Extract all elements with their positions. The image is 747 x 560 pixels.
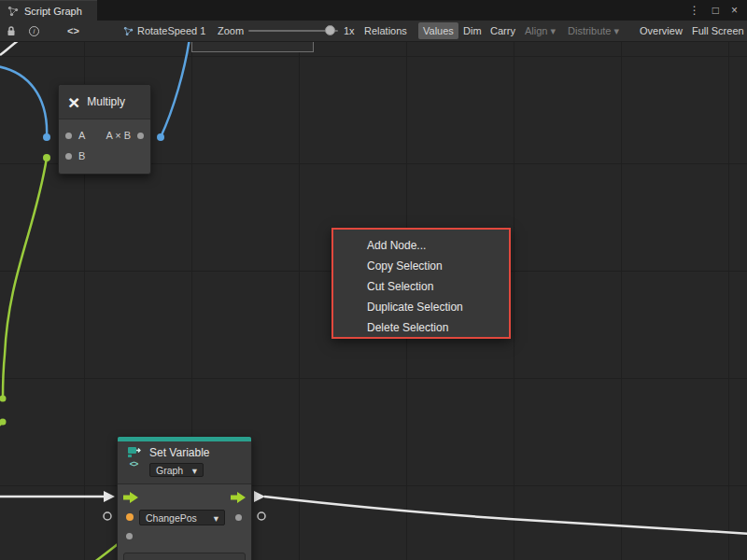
multiply-icon: × [68,92,79,112]
port-dot-green-b[interactable] [43,154,50,161]
info-icon[interactable]: i [29,21,39,41]
graph-ref-label: RotateSpeed 1 [137,25,205,36]
menu-item-copy-selection[interactable]: Copy Selection [333,256,509,276]
value-output-port[interactable] [235,514,242,521]
scope-value: Graph [156,465,183,476]
port-dot-blue-out[interactable] [157,133,164,141]
wire-green-end-dot-1[interactable] [0,396,7,402]
value-port-ring-left[interactable] [104,512,111,520]
carry-button[interactable]: Carry [486,21,520,41]
wire-green-left[interactable] [3,158,47,399]
secondary-input-port[interactable] [126,533,133,539]
script-graph-icon [7,6,19,17]
tab-script-graph[interactable]: Script Graph [0,0,97,21]
wire-green-end-dot-2[interactable] [0,419,7,426]
window-maximize-icon[interactable]: □ [712,4,719,17]
flow-arrowhead-in[interactable] [104,491,115,502]
multiply-header[interactable]: × Multiply [59,85,150,119]
window-close-icon[interactable]: × [731,4,738,17]
window-menu-icon[interactable]: ⋮ [689,4,700,17]
variable-name-dropdown[interactable]: ChangePos ▾ [139,510,225,525]
wire-blue-input[interactable] [0,66,47,137]
zoom-slider-thumb[interactable] [325,25,335,35]
menu-item-duplicate-selection[interactable]: Duplicate Selection [333,297,509,317]
input-port-b[interactable] [65,153,72,160]
node-multiply[interactable]: × Multiply A A × B B [58,84,151,175]
flow-arrowhead-out[interactable] [254,491,265,502]
multiply-row-b: B [59,146,150,166]
port-a-label: A [78,130,85,141]
dim-button[interactable]: Dim [458,21,486,41]
zoom-label: Zoom [218,21,244,41]
set-variable-icon: <> [125,446,142,477]
fullscreen-button[interactable]: Full Screen [687,21,747,41]
overview-button[interactable]: Overview [635,21,687,41]
distribute-dropdown[interactable]: Distribute ▾ [563,21,624,41]
wire-blue-output[interactable] [161,42,190,137]
relations-button[interactable]: Relations [359,21,412,41]
wire-white-top-left[interactable] [0,42,19,55]
flow-input-arrow[interactable] [123,492,138,503]
variable-flag-icon [127,446,141,458]
zoom-value: 1x [344,21,355,41]
window-titlebar: Script Graph ⋮ □ × [0,0,747,21]
lock-icon[interactable] [7,21,16,41]
code-icon[interactable]: <> [67,21,79,41]
align-dropdown[interactable]: Align ▾ [520,21,560,41]
zoom-slider[interactable] [248,21,338,41]
menu-item-delete-selection[interactable]: Delete Selection [333,317,509,338]
graph-canvas[interactable]: × Multiply A A × B B [0,42,747,560]
port-out-label: A × B [106,130,131,141]
window-controls: ⋮ □ × [689,0,747,21]
graph-ref-icon [123,26,134,36]
port-b-label: B [78,150,85,161]
set-variable-footer-panel [123,553,246,560]
chevron-down-icon: ▾ [214,512,218,524]
output-port-axb[interactable] [137,133,144,139]
unity-script-graph-window: Script Graph ⋮ □ × i <> RotateSpee [0,0,747,560]
port-dot-blue-a[interactable] [43,133,50,141]
wire-white-flow-out[interactable] [264,497,747,534]
flow-output-arrow[interactable] [231,492,246,503]
input-port-a[interactable] [65,133,72,139]
node-set-variable[interactable]: <> Set Variable Graph ▾ ChangePos [117,436,252,560]
graph-reference-button[interactable]: RotateSpeed 1 [123,21,205,41]
hidden-node-edge [191,42,314,52]
context-menu: Add Node... Copy Selection Cut Selection… [331,228,511,339]
graph-toolbar: i <> RotateSpeed 1 Zoom 1x Relations Val… [0,21,747,42]
value-input-port[interactable] [126,513,134,521]
variable-scope-dropdown[interactable]: Graph ▾ [149,463,204,477]
variable-name: ChangePos [146,512,197,524]
variable-code-icon: <> [130,459,138,469]
multiply-row-a: A A × B [59,125,150,146]
set-variable-header[interactable]: <> Set Variable Graph ▾ [118,441,251,484]
set-variable-title: Set Variable [149,446,209,459]
tab-title: Script Graph [24,6,82,17]
multiply-body: A A × B B [59,119,150,174]
menu-item-cut-selection[interactable]: Cut Selection [333,276,509,297]
values-button[interactable]: Values [418,22,458,39]
chevron-down-icon: ▾ [192,465,197,476]
menu-item-add-node[interactable]: Add Node... [333,235,509,256]
value-port-ring-right[interactable] [258,512,265,520]
multiply-title: Multiply [87,95,125,108]
